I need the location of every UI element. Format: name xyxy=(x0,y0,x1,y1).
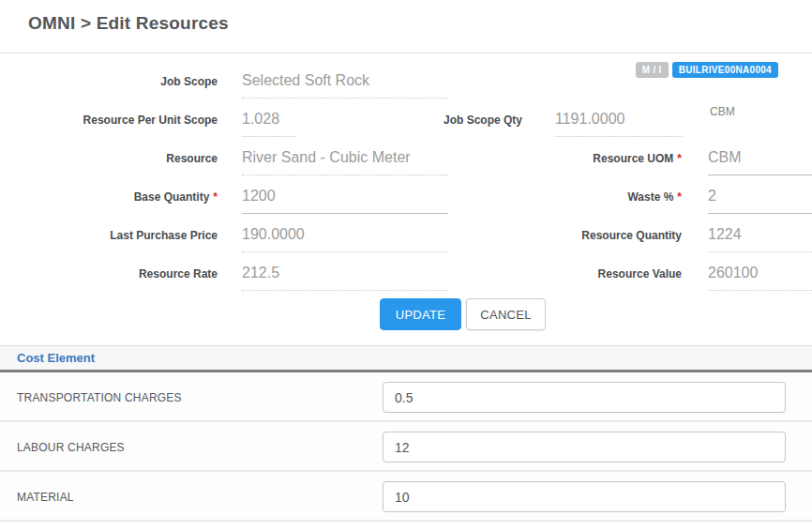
resource-uom-required-asterisk: * xyxy=(677,152,682,165)
base-quantity-required-asterisk: * xyxy=(213,190,218,204)
waste-pct-required-asterisk: * xyxy=(677,190,682,204)
base-quantity-input[interactable]: 1200 xyxy=(242,188,448,214)
resource-label: Resource xyxy=(0,139,218,177)
edit-resources-page: OMNI > Edit Resources M / I BUILRIVE00NA… xyxy=(0,0,812,531)
resource-rate-value: 212.5 xyxy=(242,265,448,291)
form-actions: UPDATE CANCEL xyxy=(0,298,812,330)
form-row-base-quantity: Base Quantity * 1200 Waste % * 2 xyxy=(0,177,812,216)
job-scope-qty-value: 1191.0000 xyxy=(555,111,682,137)
form-row-resource-rate: Resource Rate 212.5 Resource Value 26010… xyxy=(0,254,812,293)
cost-row-material: MATERIAL xyxy=(0,472,812,522)
job-scope-qty-unit: CBM xyxy=(710,105,735,118)
job-scope-value: Selected Soft Rock xyxy=(242,72,448,99)
resource-uom-input[interactable]: CBM xyxy=(708,149,812,175)
header-divider xyxy=(0,53,812,53)
form-row-per-unit-scope: Resource Per Unit Scope 1.028 Job Scope … xyxy=(0,100,812,139)
resource-value-label: Resource Value xyxy=(450,254,682,293)
form-row-job-scope: Job Scope Selected Soft Rock xyxy=(0,62,812,100)
base-quantity-label-text: Base Quantity xyxy=(134,190,210,204)
cost-row-labour-charges: LABOUR CHARGES xyxy=(0,422,812,472)
cancel-button[interactable]: CANCEL xyxy=(466,298,546,330)
waste-pct-label-text: Waste % xyxy=(627,190,673,204)
cost-row-transportation-charges: TRANSPORTATION CHARGES xyxy=(0,372,812,422)
waste-pct-label: Waste % * xyxy=(450,177,682,216)
job-scope-qty-label: Job Scope Qty xyxy=(375,100,522,139)
cost-element-header: Cost Element xyxy=(0,345,812,372)
labour-charges-label: LABOUR CHARGES xyxy=(17,422,125,472)
update-button[interactable]: UPDATE xyxy=(380,298,461,330)
material-label: MATERIAL xyxy=(17,472,74,522)
last-purchase-price-label: Last Purchase Price xyxy=(0,216,218,254)
resource-uom-label-text: Resource UOM xyxy=(593,152,673,165)
page-title: OMNI > Edit Resources xyxy=(28,13,229,34)
resource-rate-label: Resource Rate xyxy=(0,254,218,293)
transportation-charges-input[interactable] xyxy=(383,382,786,413)
form-row-resource: Resource River Sand - Cubic Meter Resour… xyxy=(0,139,812,177)
waste-pct-input[interactable]: 2 xyxy=(708,188,812,214)
form-row-last-purchase-price: Last Purchase Price 190.0000 Resource Qu… xyxy=(0,216,812,254)
resource-per-unit-scope-value: 1.028 xyxy=(242,111,295,137)
resource-uom-label: Resource UOM * xyxy=(450,139,682,177)
resource-value: River Sand - Cubic Meter xyxy=(242,149,448,175)
cost-element-section: Cost Element TRANSPORTATION CHARGES LABO… xyxy=(0,345,812,522)
resource-per-unit-scope-label: Resource Per Unit Scope xyxy=(0,100,218,139)
transportation-charges-label: TRANSPORTATION CHARGES xyxy=(17,372,182,422)
cost-element-title: Cost Element xyxy=(17,351,95,365)
job-scope-label: Job Scope xyxy=(0,62,218,100)
resource-value-value: 260100 xyxy=(708,265,812,291)
resource-quantity-label: Resource Quantity xyxy=(450,216,682,254)
resource-quantity-value: 1224 xyxy=(708,226,812,252)
material-input[interactable] xyxy=(383,481,786,512)
labour-charges-input[interactable] xyxy=(383,432,786,463)
base-quantity-label: Base Quantity * xyxy=(0,177,218,216)
last-purchase-price-value: 190.0000 xyxy=(242,226,448,252)
